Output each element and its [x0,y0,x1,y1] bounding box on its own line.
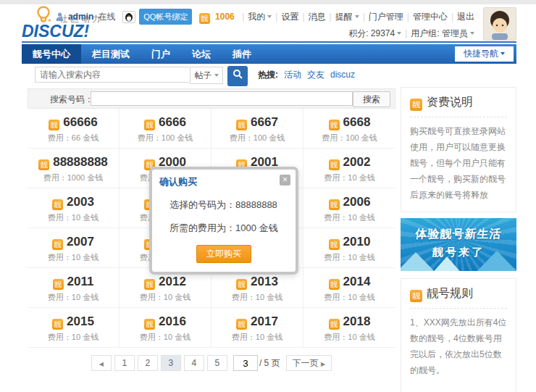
pretty-number-count[interactable]: 1006 [215,12,235,22]
number-item[interactable]: 靓2007费用：10 金钱 [28,228,120,268]
hot-search-word[interactable]: discuz [330,70,355,80]
page-button[interactable]: 2 [138,355,158,371]
number-item[interactable]: 靓2015费用：10 金钱 [28,308,120,348]
chevron-down-icon [214,74,219,77]
number-item[interactable]: 靓6668费用：100 金钱 [303,109,395,149]
header-menu-item[interactable]: 提醒 [335,12,359,22]
number-fee: 费用：10 金钱 [303,212,395,223]
qq-bind-button[interactable]: QQ帐号绑定 [139,9,192,25]
number-fee: 费用：66 金钱 [28,133,119,143]
number-item[interactable]: 靓2017费用：10 金钱 [212,308,303,348]
pretty-number-badge-icon: 靓 [329,279,340,290]
page: 社区动力 DISCUZ! admin 在线 [0,0,536,392]
site-search-row: 帖子 热搜:活动交友discuz [22,64,516,86]
separator: | [407,12,409,22]
header-menu-item[interactable]: 设置 [281,12,298,22]
separator: | [275,12,277,22]
user-row-primary: admin 在线 QQ帐号绑定 靓 1006 |我的|设置|消息|提醒|门户管理… [56,9,474,23]
number-value: 88888888 [53,155,108,169]
nav-tab[interactable]: 论坛 [181,44,222,64]
pretty-number-badge-icon: 靓 [329,199,340,210]
rule-item: 2、账号一人只能拥有一个，先到先得，个别靓号价格不一。 [410,388,507,392]
chevron-down-icon [397,32,401,35]
pretty-number-badge-icon: 靓 [410,290,422,302]
pretty-number-badge-icon: 靓 [329,319,340,330]
separator: | [363,12,365,22]
hot-search-word[interactable]: 活动 [284,70,301,80]
number-value: 2014 [343,275,371,288]
page-button[interactable]: 3 [161,355,181,371]
number-search-input[interactable] [91,91,353,106]
number-fee: 费用：10 金钱 [212,292,303,303]
number-fee: 费用：10 金钱 [303,332,395,343]
page-button[interactable]: 5 [207,355,227,371]
number-item[interactable]: 靓2016费用：10 金钱 [120,308,212,348]
close-icon[interactable]: × [280,175,290,185]
pretty-number-badge-icon: 靓 [236,120,247,130]
page-input[interactable] [233,355,258,371]
number-item[interactable]: 靓2003费用：10 金钱 [28,188,120,228]
search-input[interactable] [35,67,189,83]
pretty-number-badge-icon: 靓 [144,319,155,330]
pricing-title: 靓资费说明 [410,95,507,117]
username-link[interactable]: admin [68,12,93,22]
pricing-body: 购买靓号可直接登录网站使用，用户可以随意更换靓号，但每个用户只能有一个靓号，购买… [410,123,507,203]
header-menu-item[interactable]: 我的 [248,12,272,22]
nav-tab[interactable]: 栏目测试 [81,44,141,64]
next-page-button[interactable]: 下一页 ▶ [286,355,332,371]
number-value: 2002 [343,155,371,169]
header-menu-item[interactable]: 管理中心 [413,12,448,22]
next-icon: ▶ [321,361,325,367]
number-fee: 费用：10 金钱 [120,292,211,303]
number-search-button[interactable]: 搜索 [353,91,390,107]
buy-now-button[interactable]: 立即购买 [196,245,251,263]
required-fee-value: 1000 金钱 [235,222,278,233]
number-item[interactable]: 靓2011费用：10 金钱 [28,268,120,308]
qq-icon [122,11,135,23]
header-menu-item[interactable]: 消息 [309,12,326,22]
promo-banner[interactable]: 体验靓号新生活 靓号来了 [401,218,516,271]
page-button[interactable]: 4 [184,355,204,371]
number-fee: 费用：100 金钱 [120,133,211,143]
number-fee: 费用：10 金钱 [212,332,303,343]
nav-tab[interactable]: 插件 [222,44,262,64]
number-item[interactable]: 靓6666费用：100 金钱 [120,109,212,149]
number-item[interactable]: 靓2014费用：10 金钱 [303,268,395,308]
search-button[interactable] [227,66,248,86]
number-item[interactable]: 靓2018费用：10 金钱 [303,308,395,348]
user-stat-item[interactable]: 积分: 29374 [348,28,401,38]
number-value: 2003 [67,195,94,209]
pretty-number-badge-icon: 靓 [52,239,63,250]
number-item[interactable]: 靓2010费用：10 金钱 [303,228,395,268]
chevron-down-icon [501,52,505,55]
pretty-number-badge-icon: 靓 [329,159,340,170]
page-button[interactable]: 1 [114,355,135,371]
search-type-select[interactable]: 帖子 [190,67,223,84]
number-item[interactable]: 靓2002费用：10 金钱 [303,149,395,188]
avatar[interactable] [483,7,516,41]
nav-tab[interactable]: 门户 [141,44,181,64]
number-fee: 费用：1000 金钱 [28,172,119,183]
pretty-number-badge-icon: 靓 [236,319,247,330]
quick-nav-button[interactable]: 快捷导航 [455,46,514,62]
number-item[interactable]: 靓6667费用：100 金钱 [212,109,303,149]
required-fee-line: 所需的费用为：1000 金钱 [169,222,288,235]
hot-search-word[interactable]: 交友 [307,70,324,80]
number-item[interactable]: 靓88888888费用：1000 金钱 [28,149,120,188]
nav-tab[interactable]: 靓号中心 [22,44,81,64]
number-fee: 费用：10 金钱 [303,292,395,303]
number-value: 2007 [67,235,94,249]
header-menu-item[interactable]: 门户管理 [369,12,403,22]
prev-page-button[interactable]: ◀ [91,355,112,371]
pagination: ◀12345/ 5 页下一页 ▶ [28,355,395,371]
user-block: admin 在线 QQ帐号绑定 靓 1006 |我的|设置|消息|提醒|门户管理… [56,9,474,41]
rule-item: 1、XXX网先放出所有4位数的靓号，4位数账号用完以后，依次放出5位数的靓号。 [410,314,507,378]
number-value: 6666 [159,115,186,129]
header-menu-item[interactable]: 退出 [457,12,474,22]
pretty-number-badge-icon: 靓 [52,199,63,210]
number-item[interactable]: 靓2006费用：10 金钱 [303,188,395,228]
number-value: 2017 [251,314,278,328]
number-item[interactable]: 靓66666费用：66 金钱 [28,109,120,149]
user-stat-item[interactable]: 用户组: 管理员 [411,28,474,38]
pretty-number-badge-icon: 靓 [144,279,155,290]
